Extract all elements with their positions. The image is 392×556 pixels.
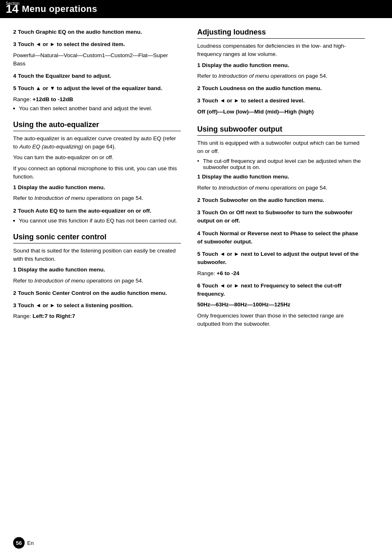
step-text: Display the audio function menu. bbox=[18, 266, 105, 273]
auto-eq-step2: 2Touch Auto EQ to turn the auto-equalize… bbox=[13, 207, 181, 224]
step-5: 5Touch ▲ or ▼ to adjust the level of the… bbox=[13, 84, 181, 111]
step-refer: Refer to Introduction of menu operations… bbox=[13, 194, 181, 202]
step-number: 3 bbox=[13, 41, 16, 47]
range-text: Range: +6 to -24 bbox=[197, 269, 365, 278]
loudness-step2: 2Touch Loudness on the audio function me… bbox=[197, 84, 365, 93]
sonic-step1: 1Display the audio function menu. Refer … bbox=[13, 266, 181, 285]
step-detail: 50Hz—63Hz—80Hz—100Hz—125Hz bbox=[197, 301, 365, 309]
step-refer: Refer to Introduction of menu operations… bbox=[197, 72, 365, 80]
step-text: Touch Loudness on the audio function men… bbox=[202, 85, 322, 91]
sonic-step2: 2Touch Sonic Center Control on the audio… bbox=[13, 289, 181, 297]
section-title-subwoofer: Using subwoofer output bbox=[197, 125, 365, 136]
step-detail: Powerful—Natural—Vocal—Custom1—Custom2—F… bbox=[13, 51, 181, 68]
subwoofer-step5: 5Touch ◄ or ► next to Level to adjust th… bbox=[197, 250, 365, 278]
section-title-loudness: Adjusting loudness bbox=[197, 28, 365, 39]
step-number: 3 bbox=[197, 209, 201, 215]
page-header: Section 14 Menu operations bbox=[0, 0, 392, 18]
page-footer: 56 En bbox=[13, 537, 34, 549]
step-refer: Refer to Introduction of menu operations… bbox=[13, 277, 181, 285]
loudness-desc: Loudness compensates for deficiencies in… bbox=[197, 42, 365, 59]
auto-eq-step1: 1Display the audio function menu. Refer … bbox=[13, 183, 181, 203]
step-number: 2 bbox=[13, 208, 16, 214]
section-title-sonic: Using sonic center control bbox=[13, 233, 181, 243]
subwoofer-step3: 3Touch On or Off next to Subwoofer to tu… bbox=[197, 208, 365, 225]
step-number: 3 bbox=[13, 302, 16, 308]
subwoofer-step4: 4Touch Normal or Reverse next to Phase t… bbox=[197, 229, 365, 246]
step-3-touch: 3Touch ◄ or ► to select the desired item… bbox=[13, 40, 181, 68]
auto-eq-desc: The auto-equalizer is an equalizer curve… bbox=[13, 134, 181, 151]
main-content: 2Touch Graphic EQ on the audio function … bbox=[0, 18, 392, 342]
auto-eq-italic: Auto EQ (auto-equalizing) bbox=[19, 144, 83, 150]
step-text: Touch ◄ or ► to select a desired level. bbox=[202, 97, 305, 104]
step-text: Display the audio function menu. bbox=[18, 184, 105, 190]
page-title: Menu operations bbox=[22, 4, 97, 14]
step-text: Touch ◄ or ► to select the desired item. bbox=[18, 41, 125, 47]
step-number: 6 bbox=[197, 283, 201, 289]
subwoofer-dot1: The cut-off frequency and output level c… bbox=[197, 158, 365, 170]
step-number: 2 bbox=[197, 197, 201, 203]
step-note: Only frequencies lower than those in the… bbox=[197, 312, 365, 329]
step-text: Touch Auto EQ to turn the auto-equalizer… bbox=[18, 208, 152, 214]
subwoofer-step6: 6Touch ◄ or ► next to Frequency to selec… bbox=[197, 282, 365, 328]
step-text: Touch Subwoofer on the audio function me… bbox=[202, 197, 324, 203]
step-number: 2 bbox=[13, 29, 16, 35]
step-text: Display the audio function menu. bbox=[202, 62, 289, 68]
step-number: 2 bbox=[13, 290, 16, 296]
range-text: Range: Left:7 to Right:7 bbox=[13, 312, 181, 320]
section-label: Section bbox=[6, 1, 19, 6]
step-detail: Off (off)—Low (low)—Mid (mid)—High (high… bbox=[197, 108, 365, 116]
step-text: Touch Normal or Reverse next to Phase to… bbox=[197, 230, 358, 245]
step-text: Touch Graphic EQ on the audio function m… bbox=[18, 29, 142, 35]
step-number: 4 bbox=[197, 230, 201, 236]
step-text: Touch ◄ or ► to select a listening posit… bbox=[18, 302, 133, 308]
step-number: 1 bbox=[197, 62, 201, 68]
subwoofer-step1: 1Display the audio function menu. Refer … bbox=[197, 173, 365, 192]
step-number: 1 bbox=[197, 174, 201, 180]
step-text: Touch the Equalizer band to adjust. bbox=[18, 73, 111, 79]
step-text: Touch ▲ or ▼ to adjust the level of the … bbox=[18, 85, 162, 91]
step-2-graphic-eq: 2Touch Graphic EQ on the audio function … bbox=[13, 28, 181, 36]
step-text: Touch On or Off next to Subwoofer to tur… bbox=[197, 209, 353, 224]
subwoofer-desc: This unit is equipped with a subwoofer o… bbox=[197, 139, 365, 156]
step-text: Touch Sonic Center Control on the audio … bbox=[18, 290, 167, 296]
step-text: Touch ◄ or ► next to Frequency to select… bbox=[197, 283, 341, 297]
bullet-note: You can then select another band and adj… bbox=[13, 105, 181, 111]
step-number: 1 bbox=[13, 266, 16, 273]
step-number: 5 bbox=[13, 85, 16, 91]
step-number: 5 bbox=[197, 251, 201, 257]
step-number: 2 bbox=[197, 85, 201, 91]
loudness-step3: 3Touch ◄ or ► to select a desired level.… bbox=[197, 97, 365, 116]
step-number: 4 bbox=[13, 73, 16, 79]
bullet-note: You cannot use this function if auto EQ … bbox=[13, 218, 181, 224]
step-number: 3 bbox=[197, 97, 201, 104]
range-text: Range: +12dB to -12dB bbox=[13, 95, 181, 104]
step-refer: Refer to Introduction of menu operations… bbox=[197, 184, 365, 192]
auto-eq-desc2: You can turn the auto-equalizer on or of… bbox=[13, 153, 181, 162]
section-title-auto-eq: Using the auto-equalizer bbox=[13, 120, 181, 131]
loudness-step1: 1Display the audio function menu. Refer … bbox=[197, 61, 365, 81]
language-label: En bbox=[27, 540, 34, 546]
step-number: 1 bbox=[13, 184, 16, 190]
subwoofer-step2: 2Touch Subwoofer on the audio function m… bbox=[197, 196, 365, 204]
auto-eq-desc1-end: on page 64). bbox=[85, 144, 116, 150]
auto-eq-desc3: If you connect an optional microphone to… bbox=[13, 164, 181, 181]
page-number: 56 bbox=[13, 537, 25, 549]
right-column: Adjusting loudness Loudness compensates … bbox=[189, 18, 378, 342]
sonic-desc: Sound that is suited for the listening p… bbox=[13, 247, 181, 264]
step-text: Display the audio function menu. bbox=[202, 174, 289, 180]
step-4: 4Touch the Equalizer band to adjust. bbox=[13, 72, 181, 80]
left-column: 2Touch Graphic EQ on the audio function … bbox=[0, 18, 189, 342]
sonic-step3: 3Touch ◄ or ► to select a listening posi… bbox=[13, 301, 181, 321]
step-text: Touch ◄ or ► next to Level to adjust the… bbox=[197, 251, 359, 265]
